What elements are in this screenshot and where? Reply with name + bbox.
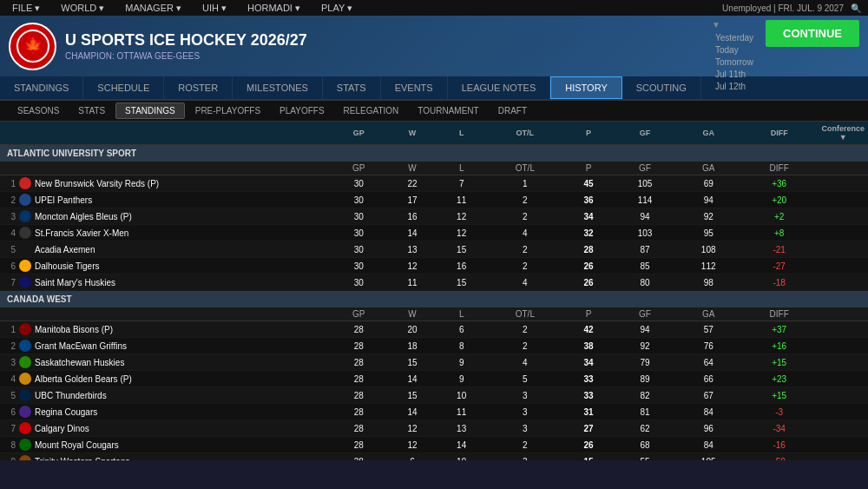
team-l: 15 [437,241,486,258]
menu-world[interactable]: WORLD ▾ [56,1,109,16]
sub-col-p: P [564,307,614,321]
subnav-pre-playoffs[interactable]: PRE-PLAYOFFS [187,103,269,118]
team-otl: 2 [486,437,564,453]
tab-roster[interactable]: ROSTER [164,76,233,99]
team-diff: +23 [740,371,819,387]
menu-uih[interactable]: UIH ▾ [197,1,232,16]
team-name: UBC Thunderbirds [35,391,107,400]
table-row[interactable]: 7 Calgary Dinos 28 12 13 3 27 62 96 -34 [0,420,868,437]
team-l: 11 [437,404,486,420]
tab-events[interactable]: EVENTS [381,76,448,99]
team-p: 27 [564,420,614,437]
sub-col-conf [818,307,868,321]
tab-milestones[interactable]: MILESTONES [233,76,323,99]
team-ga: 95 [677,225,740,241]
table-row[interactable]: 5 UBC Thunderbirds 28 15 10 3 33 82 67 +… [0,387,868,404]
menu-hormadi[interactable]: HORMADI ▾ [242,1,306,16]
table-row[interactable]: 3 Moncton Aigles Bleus (P) 30 16 12 2 34… [0,208,868,225]
team-position: 5 [3,245,16,254]
tab-scouting[interactable]: SCOUTING [622,76,701,99]
date-jul12[interactable]: Jul 12th [712,81,757,92]
table-row[interactable]: 5 Acadia Axemen 30 13 15 2 28 87 108 -21 [0,241,868,258]
sub-col-gf: GF [613,162,676,175]
team-name: Mount Royal Cougars [35,440,119,450]
table-row[interactable]: 1 Manitoba Bisons (P) 28 20 6 2 42 94 57… [0,321,868,338]
team-name-cell: 7 Saint Mary's Huskies [0,274,330,291]
table-row[interactable]: 2 UPEI Panthers 30 17 11 2 36 114 94 +20 [0,192,868,208]
continue-button[interactable]: CONTINUE [766,20,859,47]
table-row[interactable]: 3 Saskatchewan Huskies 28 15 9 4 34 79 6… [0,354,868,371]
employment-status: Unemployed | FRI. JUL. 9 2027 [722,3,844,13]
team-name-cell: 1 Manitoba Bisons (P) [0,321,330,338]
sub-col-otl: OT/L [486,162,564,175]
team-gf: 89 [613,371,676,387]
date-jul11[interactable]: Jul 11th [712,69,757,80]
menu-bar-area[interactable]: FILE ▾ WORLD ▾ MANAGER ▾ UIH ▾ HORMADI ▾… [7,1,358,16]
menu-manager[interactable]: MANAGER ▾ [120,1,187,16]
menu-play[interactable]: PLAY ▾ [316,1,358,16]
table-row[interactable]: 4 Alberta Golden Bears (P) 28 14 9 5 33 … [0,371,868,387]
team-name-cell: 4 Alberta Golden Bears (P) [0,371,330,387]
search-icon[interactable]: 🔍 [851,3,861,13]
table-row[interactable]: 8 Mount Royal Cougars 28 12 14 2 26 68 8… [0,437,868,453]
subnav-draft[interactable]: DRAFT [490,103,536,118]
team-gf: 94 [613,321,676,338]
tab-schedule[interactable]: SCHEDULE [83,76,164,99]
team-logo [19,406,31,418]
team-conf [818,208,868,225]
date-tomorrow[interactable]: Tomorrow [712,56,757,68]
team-p: 33 [564,387,614,404]
subnav-seasons[interactable]: SEASONS [9,103,68,118]
team-otl: 2 [486,338,564,354]
subnav-relegation[interactable]: RELEGATION [335,103,408,118]
top-right-info: Unemployed | FRI. JUL. 9 2027 🔍 [722,3,861,13]
team-conf [818,354,868,371]
team-name: New Brunswick Varsity Reds (P) [35,179,159,188]
table-row[interactable]: 9 Trinity Western Spartans 28 6 19 3 15 … [0,453,868,461]
table-row[interactable]: 1 New Brunswick Varsity Reds (P) 30 22 7… [0,175,868,192]
team-gf: 79 [613,354,676,371]
team-name-cell: 9 Trinity Western Spartans [0,453,330,461]
team-diff: -27 [740,258,819,274]
sub-col-diff: DIFF [740,162,819,175]
team-w: 14 [388,404,437,420]
date-today[interactable]: Today [712,44,757,56]
sub-col-diff: DIFF [740,307,819,321]
team-conf [818,371,868,387]
team-diff: -16 [740,437,819,453]
table-row[interactable]: 6 Dalhousie Tigers 30 12 16 2 26 85 112 … [0,258,868,274]
table-row[interactable]: 4 St.Francis Xavier X-Men 30 14 12 4 32 … [0,225,868,241]
subnav-playoffs[interactable]: PLAYOFFS [271,103,333,118]
team-gp: 28 [330,387,388,404]
conference-col-headers: GP W L OT/L P GF GA DIFF [0,162,868,175]
team-l: 15 [437,274,486,291]
sub-col-w: W [388,307,437,321]
team-ga: 108 [677,241,740,258]
team-ga: 105 [677,453,740,461]
team-position: 6 [3,407,16,417]
team-ga: 84 [677,404,740,420]
tab-league-notes[interactable]: LEAGUE NOTES [448,76,551,99]
team-gp: 28 [330,321,388,338]
date-yesterday[interactable]: Yesterday [712,32,757,43]
team-gf: 85 [613,258,676,274]
table-row[interactable]: 6 Regina Cougars 28 14 11 3 31 81 84 -3 [0,404,868,420]
tab-stats[interactable]: STATS [323,76,381,99]
sub-navigation: SEASONS STATS STANDINGS PRE-PLAYOFFS PLA… [0,101,868,122]
team-name: UPEI Panthers [35,195,92,205]
tab-standings[interactable]: STANDINGS [0,76,83,99]
sub-col-gf: GF [613,307,676,321]
subnav-stats[interactable]: STATS [69,103,114,118]
tab-history[interactable]: HISTORY [550,76,622,99]
team-gf: 114 [613,192,676,208]
table-row[interactable]: 2 Grant MacEwan Griffins 28 18 8 2 38 92… [0,338,868,354]
subnav-standings[interactable]: STANDINGS [115,102,185,119]
team-p: 15 [564,453,614,461]
subnav-tournament[interactable]: TOURNAMENT [409,103,487,118]
team-p: 26 [564,274,614,291]
team-logo [19,260,31,272]
team-w: 6 [388,453,437,461]
team-name: Trinity Western Spartans [35,457,129,461]
table-row[interactable]: 7 Saint Mary's Huskies 30 11 15 4 26 80 … [0,274,868,291]
menu-file[interactable]: FILE ▾ [7,1,45,16]
